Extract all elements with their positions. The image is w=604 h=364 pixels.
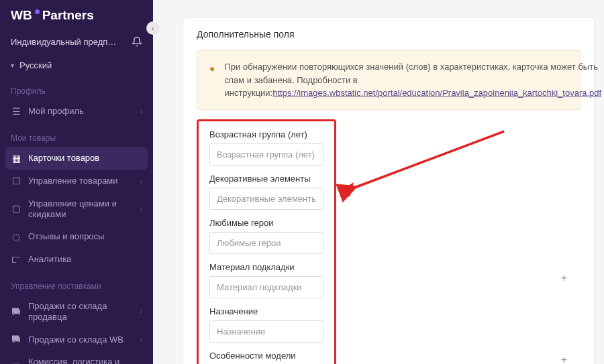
logo-partners: Partners	[42, 8, 94, 23]
warning-icon: ●	[209, 62, 215, 100]
section-profile: Профиль	[0, 76, 153, 100]
field-label-lining: Материал подкладки	[209, 262, 323, 272]
warning-banner: ● При обнаружении повторяющихся значений…	[197, 50, 581, 110]
field-label-purpose: Назначение	[209, 306, 323, 316]
nav-analytics[interactable]: ⫍Аналитика	[0, 248, 153, 271]
section-products: Мои товары	[0, 123, 153, 147]
field-label-age-group: Возрастная группа (лет)	[209, 129, 323, 139]
nav-manage-prices[interactable]: ☐Управление ценами и скидками ›	[0, 192, 153, 225]
warning-link[interactable]: https://images.wbstatic.net/portal/educa…	[272, 88, 601, 98]
field-input-decorative[interactable]	[209, 188, 323, 210]
box-icon: ☐	[11, 176, 21, 186]
nav-reviews[interactable]: ◌Отзывы и вопросы	[0, 225, 153, 248]
user-row[interactable]: Индивидуальный предпр…	[0, 32, 153, 55]
plus-icon[interactable]: +	[561, 272, 567, 284]
svg-marker-3	[340, 182, 354, 197]
language-selector[interactable]: ▾ Русский	[0, 55, 153, 76]
chevron-right-icon: ›	[140, 108, 142, 115]
field-input-lining[interactable]	[209, 276, 323, 298]
logo-wb: WB	[11, 8, 32, 23]
annotation-arrow	[336, 125, 511, 205]
main-content: Дополнительные поля ● При обнаружении по…	[153, 0, 604, 364]
field-label-heroes: Любимые герои	[209, 218, 323, 228]
bell-icon[interactable]	[132, 36, 142, 47]
nav-sales-seller[interactable]: ⛟Продажи со склада продавца ›	[0, 295, 153, 328]
field-label-decorative: Декоративные элементы	[209, 174, 323, 184]
nav-manage-products[interactable]: ☐Управление товарами ›	[0, 170, 153, 192]
chevron-right-icon: ›	[140, 308, 142, 315]
panel-additional-fields: Дополнительные поля ● При обнаружении по…	[183, 17, 595, 364]
field-input-heroes[interactable]	[209, 232, 323, 254]
logo: WBPartners	[0, 8, 153, 32]
form-area: Возрастная группа (лет) Декоративные эле…	[197, 119, 581, 365]
panel-title: Дополнительные поля	[197, 29, 581, 40]
profile-icon: ☰	[11, 106, 21, 117]
chevron-right-icon: ›	[140, 205, 142, 213]
sidebar: WBPartners Индивидуальный предпр… ▾ Русс…	[0, 0, 153, 364]
svg-line-2	[344, 131, 504, 192]
logo-dot-icon	[35, 9, 40, 14]
nav-product-cards[interactable]: ▦Карточки товаров	[5, 147, 148, 170]
chat-icon: ◌	[11, 231, 21, 242]
section-supply: Управление поставками	[0, 271, 153, 295]
field-input-purpose[interactable]	[209, 320, 323, 343]
nav-commission[interactable]: ☐Комиссия, логистика и хранение	[0, 351, 153, 364]
warning-text: При обнаружении повторяющихся значений (…	[224, 60, 601, 100]
price-icon: ☐	[11, 204, 21, 215]
field-label-model-features: Особенности модели	[209, 351, 323, 361]
cart-icon: ⛟	[11, 306, 21, 317]
truck-icon: ⛟	[11, 334, 21, 345]
chevron-right-icon: ›	[140, 336, 142, 343]
chevron-right-icon: ›	[140, 178, 142, 185]
svg-line-1	[343, 131, 504, 192]
nav-sales-wb[interactable]: ⛟Продажи со склада WB ›	[0, 328, 153, 351]
field-input-age-group[interactable]	[209, 143, 323, 166]
highlighted-fields: Возрастная группа (лет) Декоративные эле…	[197, 119, 336, 365]
chevron-down-icon: ▾	[11, 62, 14, 69]
plus-icon[interactable]: +	[561, 354, 567, 365]
language-label: Русский	[19, 60, 52, 70]
cards-icon: ▦	[11, 153, 21, 164]
user-name: Индивидуальный предпр…	[11, 37, 118, 47]
nav-my-profile[interactable]: ☰Мой профиль ›	[0, 100, 153, 123]
chart-icon: ⫍	[11, 254, 21, 265]
